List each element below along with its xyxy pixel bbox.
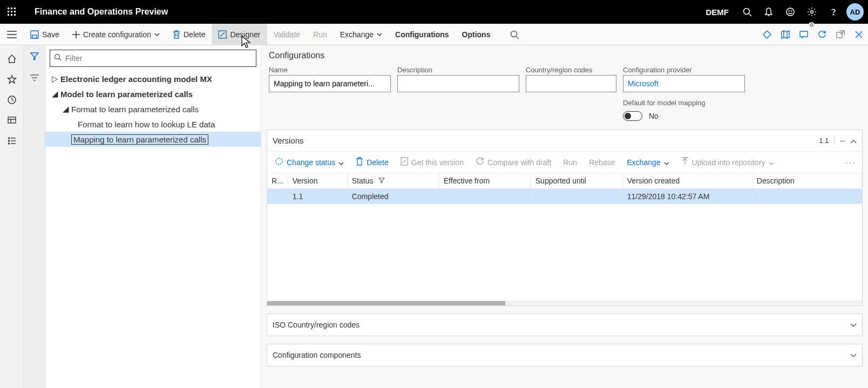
cell-created[interactable]: 11/29/2018 10:42:57 AM: [622, 189, 752, 205]
col-header-version[interactable]: Version: [288, 173, 347, 189]
collapse-caret-icon[interactable]: ◢: [60, 104, 71, 114]
svg-rect-29: [837, 32, 842, 38]
tree-item[interactable]: ◢ Format to learn parameterized calls: [45, 101, 261, 117]
bell-icon[interactable]: [758, 0, 779, 24]
iso-country-header[interactable]: ISO Country/region codes: [267, 314, 862, 336]
version-delete-button[interactable]: Delete: [350, 152, 394, 173]
svg-point-36: [8, 138, 9, 139]
refresh-icon[interactable]: [813, 24, 831, 45]
message-icon[interactable]: 0: [795, 24, 813, 45]
description-field[interactable]: [397, 75, 519, 92]
table-row[interactable]: 1.1 Completed 11/29/2018 10:42:57 AM: [267, 189, 862, 205]
tree-item-label: Format to learn how to lookup LE data: [78, 120, 215, 129]
col-header-created[interactable]: Version created: [622, 173, 752, 189]
chevron-down-icon[interactable]: [850, 321, 857, 329]
name-field[interactable]: [269, 75, 391, 92]
validate-button[interactable]: Validate: [267, 24, 307, 45]
feedback-smile-icon[interactable]: [779, 0, 801, 24]
close-icon[interactable]: [850, 24, 868, 45]
upload-repo-button[interactable]: Upload into repository: [676, 152, 779, 173]
designer-button[interactable]: Designer: [212, 24, 267, 45]
home-icon[interactable]: [0, 49, 24, 69]
recent-clock-icon[interactable]: [0, 90, 24, 110]
save-button[interactable]: Save: [24, 24, 66, 45]
tree-item-selected[interactable]: Mapping to learn parameterized calls: [45, 132, 261, 147]
components-title: Configuration components: [273, 351, 361, 359]
modules-list-icon[interactable]: [0, 131, 24, 151]
user-avatar[interactable]: AD: [846, 3, 864, 21]
version-run-button[interactable]: Run: [558, 152, 582, 173]
svg-point-26: [511, 31, 517, 37]
app-launcher-icon[interactable]: [0, 0, 24, 24]
compare-draft-button[interactable]: Compare with draft: [470, 152, 557, 173]
options-tab[interactable]: Options: [456, 24, 497, 45]
filter-lines-icon[interactable]: [24, 67, 45, 89]
cell-supported[interactable]: [531, 189, 622, 205]
chevron-up-icon[interactable]: [850, 136, 857, 145]
get-this-version-button[interactable]: Get this version: [395, 152, 469, 173]
col-header-supported[interactable]: Supported until: [531, 173, 622, 189]
save-label: Save: [42, 30, 59, 39]
expand-caret-icon[interactable]: ▷: [50, 74, 60, 84]
country-codes-field[interactable]: [526, 75, 616, 92]
cell-version[interactable]: 1.1: [288, 189, 347, 205]
col-header-description[interactable]: Description: [752, 173, 862, 189]
configurations-label: Configurations: [395, 30, 449, 39]
svg-rect-28: [800, 31, 808, 37]
tree-filter-input[interactable]: [50, 50, 256, 67]
hamburger-menu-icon[interactable]: [0, 24, 24, 45]
chevron-down-icon[interactable]: [850, 351, 857, 359]
collapse-caret-icon[interactable]: ◢: [50, 89, 60, 99]
col-header-status-label: Status: [352, 176, 374, 185]
chevron-down-icon: [154, 33, 160, 36]
run-button[interactable]: Run: [307, 24, 334, 45]
company-code[interactable]: DEMF: [706, 8, 729, 17]
app-title: Finance and Operations Preview: [35, 7, 168, 17]
col-header-r[interactable]: R...: [267, 173, 288, 189]
col-header-effective[interactable]: Effective from: [439, 173, 531, 189]
versions-grid: R... Version Status Effective from Suppo…: [267, 173, 862, 305]
commandbar-search-icon[interactable]: [497, 24, 526, 45]
change-status-button[interactable]: Change status: [269, 152, 349, 173]
provider-field[interactable]: [623, 75, 745, 92]
cell-status[interactable]: Completed: [347, 189, 439, 205]
versions-more-icon[interactable]: ···: [845, 158, 860, 167]
download-page-icon: [401, 157, 408, 167]
popout-icon[interactable]: [831, 24, 850, 45]
col-header-status[interactable]: Status: [347, 173, 439, 189]
workspace-icon[interactable]: [0, 110, 24, 131]
svg-point-15: [811, 11, 813, 13]
chevron-down-icon: [377, 33, 382, 36]
settings-gear-icon[interactable]: [801, 0, 823, 24]
options-label: Options: [462, 30, 491, 39]
delete-button[interactable]: Delete: [166, 24, 212, 45]
versions-summary-version: 1.1: [819, 137, 829, 145]
filter-funnel-icon[interactable]: [24, 45, 45, 67]
cell-r[interactable]: [267, 189, 288, 205]
help-icon[interactable]: [823, 0, 844, 24]
default-mapping-toggle[interactable]: [623, 111, 642, 121]
favorites-star-icon[interactable]: [0, 69, 24, 90]
horizontal-scrollbar[interactable]: [267, 301, 862, 305]
map-icon[interactable]: [776, 24, 795, 45]
cell-description[interactable]: [752, 189, 862, 205]
tree-item[interactable]: Format to learn how to lookup LE data: [45, 117, 261, 132]
configurations-tab[interactable]: Configurations: [389, 24, 456, 45]
version-exchange-button[interactable]: Exchange: [621, 152, 674, 173]
versions-title: Versions: [273, 136, 304, 145]
versions-panel-header[interactable]: Versions 1.1 --: [267, 130, 862, 152]
search-icon[interactable]: [736, 0, 758, 24]
svg-rect-33: [8, 117, 16, 123]
diamond-icon[interactable]: [758, 24, 776, 45]
filter-funnel-icon[interactable]: [378, 176, 385, 185]
svg-rect-6: [8, 14, 9, 16]
create-configuration-button[interactable]: Create configuration: [66, 24, 166, 45]
upload-icon: [681, 157, 689, 167]
components-header[interactable]: Configuration components: [267, 344, 862, 366]
tree-item[interactable]: ▷ Electronic ledger accounting model MX: [45, 71, 261, 86]
tree-item[interactable]: ◢ Model to learn parameterized calls: [45, 86, 261, 101]
rebase-button[interactable]: Rebase: [584, 152, 620, 173]
version-delete-label: Delete: [367, 158, 388, 167]
exchange-button[interactable]: Exchange: [334, 24, 389, 45]
cell-effective[interactable]: [439, 189, 531, 205]
